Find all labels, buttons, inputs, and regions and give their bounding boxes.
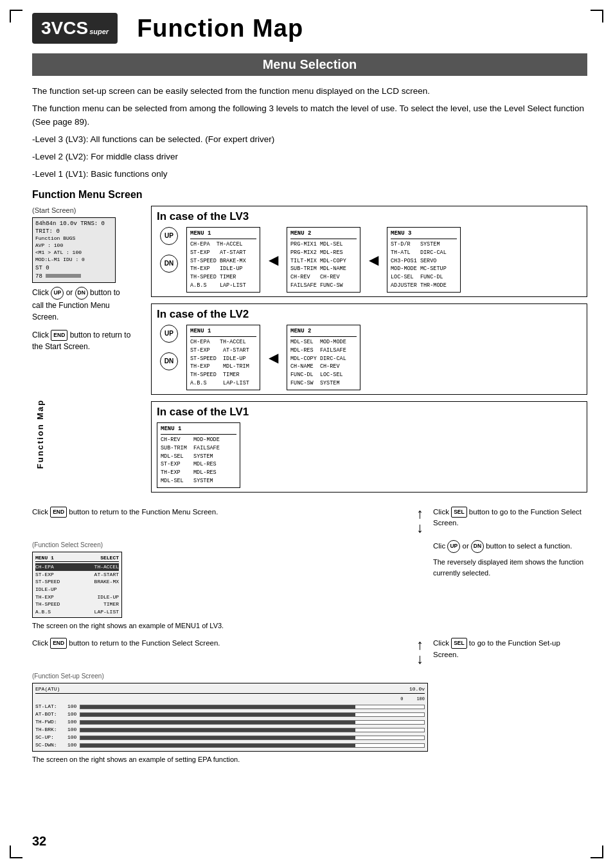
sel-btn-bottom-2[interactable]: SEL (451, 638, 467, 649)
down-arrow-icon: ↓ (416, 521, 423, 535)
lv1-menu1: MENU 1 CH-REV MOD-MODE SUB-TRIM FAILSAFE… (157, 422, 240, 488)
func-select-row: (Function Select Screen) MENU 1SELECT CH… (32, 540, 587, 631)
corner-mark-tl (10, 10, 22, 23)
lv3-title: In case of the LV3 (157, 210, 582, 223)
func-select-screen-mockup: MENU 1SELECT CH-EPATH-ACCEL ST-EXPAT-STA… (32, 552, 122, 619)
epa-setup-screen: EPA(ATU) 10.0v 0 100 ST-LAT:100 AT-BOT:1… (32, 683, 428, 752)
dn-btn-select[interactable]: DN (471, 540, 484, 553)
body-para-2: The function menu can be selected from a… (32, 102, 587, 129)
lv3-dn-btn[interactable]: DN (160, 255, 178, 273)
reversely-note: The reversely displayed item shows the f… (433, 557, 587, 579)
center-arrows-2 (414, 540, 433, 631)
click-updn-instruction: Click UP or DN button to call the Functi… (32, 287, 132, 323)
body-para-5: -Level 1 (LV1): Basic functions only (32, 168, 587, 181)
click-end-func-select-text: Click END button to return to the Functi… (32, 638, 402, 649)
lv3-section: In case of the LV3 UP DN MENU 1 CH-EPA T… (151, 206, 587, 297)
diagram-container: (Start Screen) 84h84n 10.0v TRNS: 0 TRIT… (32, 206, 587, 499)
up-btn-ref[interactable]: UP (51, 287, 64, 300)
bottom-action-area-2: Click END button to return to the Functi… (32, 638, 587, 666)
lv2-menu1-header: MENU 1 (190, 327, 256, 338)
lv2-dn-btn[interactable]: DN (160, 352, 178, 370)
page-title: Function Map (137, 15, 303, 42)
lv3-up-btn[interactable]: UP (160, 227, 178, 245)
corner-mark-bl (10, 845, 22, 858)
lv3-arrow2: ◀ (366, 252, 382, 267)
click-updn-select-text: Clic UP or DN button to select a functio… (433, 540, 587, 553)
func-setup-right (433, 671, 587, 765)
lv3-nav-buttons: UP DN (157, 227, 181, 273)
bottom-right-action: Click SEL button to go to the Function S… (433, 507, 587, 535)
lv3-menu3-header: MENU 3 (391, 230, 457, 240)
left-panel: (Start Screen) 84h84n 10.0v TRNS: 0 TRIT… (32, 206, 151, 499)
dn-btn-ref[interactable]: DN (75, 287, 88, 300)
lv2-menu-row: UP DN MENU 1 CH-EPA TH-ACCEL ST-EXP AT-S… (157, 325, 582, 390)
bottom-right-action-2: Click SEL to go to the Function Set-up S… (433, 638, 587, 666)
up-arrow-icon: ↑ (416, 507, 423, 521)
bottom-action-area: Click END button to return to the Functi… (32, 507, 587, 535)
click-sel-func-select-text: Click SEL button to go to the Function S… (433, 507, 587, 530)
lv1-title: In case of the LV1 (157, 406, 582, 419)
lv3-menu1-header: MENU 1 (190, 230, 256, 240)
up-btn-select[interactable]: UP (447, 540, 460, 553)
body-para-1: The function set-up screen can be easily… (32, 85, 587, 98)
lv2-arrow: ◀ (265, 350, 281, 365)
lv3-arrow1: ◀ (265, 252, 281, 267)
func-setup-left: (Function Set-up Screen) EPA(ATU) 10.0v … (32, 671, 433, 765)
setup-shows-text: The screen on the right shows an example… (32, 754, 428, 765)
body-para-3: -Level 3 (LV3): All functions can be sel… (32, 133, 587, 147)
start-screen-label: (Start Screen) (32, 206, 148, 215)
func-select-screen: MENU 1SELECT CH-EPATH-ACCEL ST-EXPAT-STA… (32, 552, 122, 619)
lv2-nav-buttons: UP DN (157, 325, 181, 370)
lv2-section: In case of the LV2 UP DN MENU 1 CH-EPA T… (151, 303, 587, 395)
lv2-menu2-header: MENU 2 (290, 327, 357, 338)
func-setup-row: (Function Set-up Screen) EPA(ATU) 10.0v … (32, 671, 587, 804)
logo-box: 3VCSsuper (32, 13, 118, 44)
page-number: 32 (32, 834, 46, 849)
func-menu-screen-title: Function Menu Screen (32, 189, 587, 201)
lv2-up-btn[interactable]: UP (160, 325, 178, 343)
screen-shows-text: The screen on the right shows an example… (32, 620, 409, 631)
lv3-menu-row: UP DN MENU 1 CH-EPA TH-ACCEL ST-EXP AT-S… (157, 227, 582, 293)
lv3-menu3: MENU 3 ST-D/R SYSTEM TH-ATL DIRC-CAL CH3… (387, 227, 461, 293)
down-arrow-icon-2: ↓ (416, 652, 423, 666)
right-panel: In case of the LV3 UP DN MENU 1 CH-EPA T… (151, 206, 587, 499)
logo-super: super (89, 28, 109, 35)
end-btn-bottom[interactable]: END (50, 507, 67, 518)
corner-mark-tr (591, 10, 603, 23)
lv1-section: In case of the LV1 MENU 1 CH-REV MOD-MOD… (151, 401, 587, 493)
start-screen-lcd: 84h84n 10.0v TRNS: 0 TRIT: 0 Function BU… (32, 217, 116, 283)
sel-btn-bottom[interactable]: SEL (451, 507, 467, 518)
section-title: Menu Selection (32, 53, 587, 76)
up-arrow-icon-2: ↑ (416, 638, 423, 652)
lv3-menu2: MENU 2 PRG-MIX1 MDL-SEL PRG-MIX2 MDL-RES… (287, 227, 360, 293)
click-sel-setup-text: Click SEL to go to the Function Set-up S… (433, 638, 587, 661)
center-arrows-3: ↑ ↓ (407, 638, 433, 666)
lv2-menu1: MENU 1 CH-EPA TH-ACCEL ST-EXP AT-START S… (186, 325, 260, 390)
end-btn-ref[interactable]: END (51, 330, 67, 341)
func-select-screen-label: (Function Select Screen) (32, 540, 409, 550)
lv2-title: In case of the LV2 (157, 308, 582, 321)
body-para-4: -Level 2 (LV2): For middle class driver (32, 150, 587, 164)
func-select-left: (Function Select Screen) MENU 1SELECT CH… (32, 540, 414, 631)
lv2-menu2: MENU 2 MDL-SEL MOD-MODE MDL-RES FAILSAFE… (287, 325, 360, 390)
lv1-menu-row: MENU 1 CH-REV MOD-MODE SUB-TRIM FAILSAFE… (157, 422, 582, 488)
lv3-menu2-header: MENU 2 (290, 230, 357, 240)
bottom-left-action: Click END button to return to the Functi… (32, 507, 407, 535)
func-select-right: Clic UP or DN button to select a functio… (433, 540, 587, 631)
click-end-func-menu-text: Click END button to return to the Functi… (32, 507, 402, 518)
lv1-menu1-header: MENU 1 (161, 425, 236, 435)
center-arrows: ↑ ↓ (407, 507, 433, 535)
logo-text: 3VCS (41, 18, 88, 39)
header-area: 3VCSsuper Function Map (32, 13, 587, 44)
lv3-menu1: MENU 1 CH-EPA TH-ACCEL ST-EXP AT-START S… (186, 227, 260, 293)
bottom-left-action-2: Click END button to return to the Functi… (32, 638, 407, 666)
corner-mark-br (591, 845, 603, 858)
end-btn-bottom-2[interactable]: END (50, 638, 67, 649)
click-end-instruction: Click END button to return to the Start … (32, 329, 132, 352)
func-setup-screen-label: (Function Set-up Screen) (32, 671, 428, 681)
